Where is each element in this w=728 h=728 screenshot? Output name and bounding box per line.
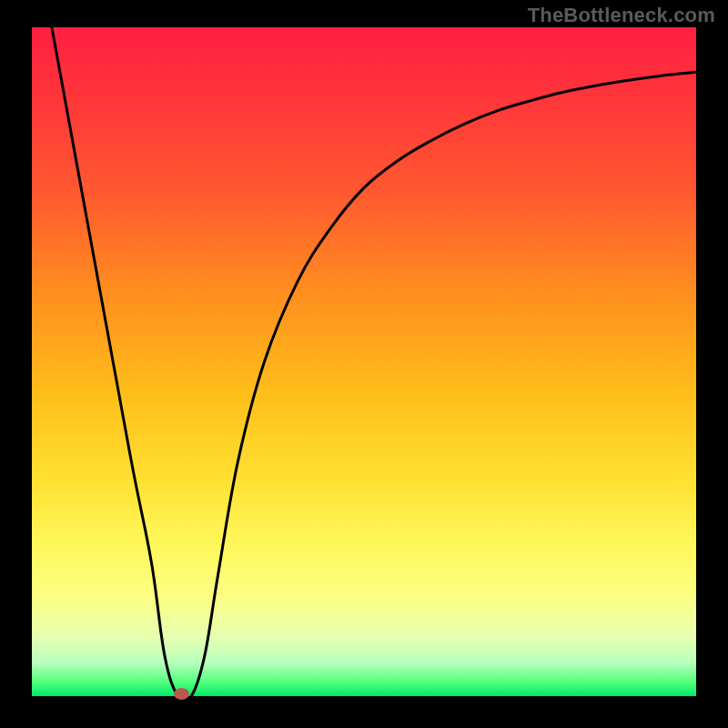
chart-frame: TheBottleneck.com bbox=[0, 0, 728, 728]
bottleneck-curve bbox=[32, 27, 696, 696]
curve-path bbox=[52, 27, 696, 702]
watermark-text: TheBottleneck.com bbox=[528, 4, 715, 27]
plot-area bbox=[32, 27, 696, 696]
bottleneck-marker bbox=[174, 688, 189, 700]
